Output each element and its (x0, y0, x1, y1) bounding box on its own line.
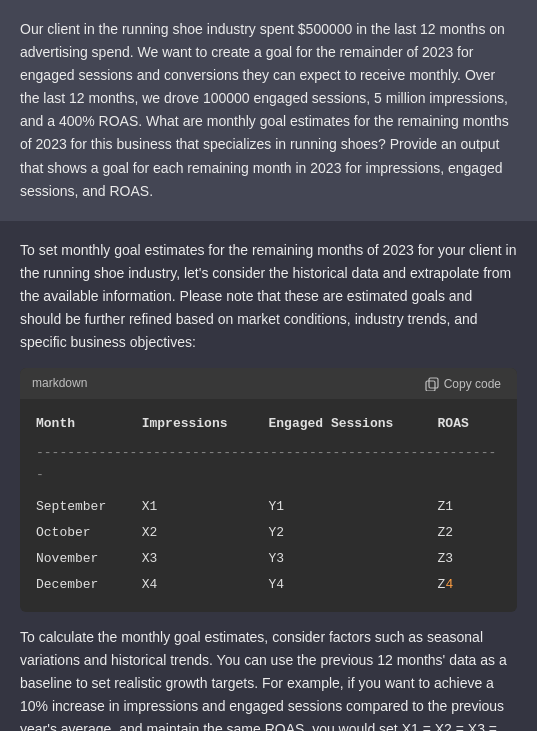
copy-label: Copy code (444, 377, 501, 391)
assistant-message: To set monthly goal estimates for the re… (0, 221, 537, 731)
table-row: NovemberX3Y3Z3 (36, 546, 501, 572)
code-lang-label: markdown (32, 374, 87, 393)
data-table: Month Impressions Engaged Sessions ROAS … (36, 413, 501, 598)
col-header-roas: ROAS (438, 413, 501, 439)
cell-roas: Z3 (438, 546, 501, 572)
svg-rect-1 (426, 381, 435, 391)
divider-text: ----------------------------------------… (36, 440, 501, 494)
cell-month: November (36, 546, 142, 572)
cell-sessions: Y4 (268, 572, 437, 598)
cell-sessions: Y3 (268, 546, 437, 572)
col-header-impressions: Impressions (142, 413, 269, 439)
cell-sessions: Y2 (268, 520, 437, 546)
code-block-wrapper: markdown Copy code Month Impressions (20, 368, 517, 612)
cell-impressions: X1 (142, 494, 269, 520)
col-header-month: Month (36, 413, 142, 439)
cell-sessions: Y1 (268, 494, 437, 520)
cell-month: October (36, 520, 142, 546)
table-divider: ----------------------------------------… (36, 440, 501, 494)
svg-rect-0 (429, 378, 438, 388)
code-block-header: markdown Copy code (20, 368, 517, 399)
cell-month: September (36, 494, 142, 520)
copy-code-button[interactable]: Copy code (421, 375, 505, 393)
col-header-sessions: Engaged Sessions (268, 413, 437, 439)
table-row: DecemberX4Y4Z4 (36, 572, 501, 598)
code-block-content: Month Impressions Engaged Sessions ROAS … (20, 399, 517, 612)
cell-month: December (36, 572, 142, 598)
user-message-text: Our client in the running shoe industry … (20, 18, 517, 203)
assistant-intro: To set monthly goal estimates for the re… (20, 239, 517, 354)
cell-impressions: X4 (142, 572, 269, 598)
cell-roas: Z1 (438, 494, 501, 520)
cell-impressions: X3 (142, 546, 269, 572)
cell-roas: Z2 (438, 520, 501, 546)
table-header-row: Month Impressions Engaged Sessions ROAS (36, 413, 501, 439)
cell-roas: Z4 (438, 572, 501, 598)
table-row: OctoberX2Y2Z2 (36, 520, 501, 546)
cell-impressions: X2 (142, 520, 269, 546)
copy-icon (425, 377, 439, 391)
assistant-explanation-1: To calculate the monthly goal estimates,… (20, 626, 517, 731)
table-row: SeptemberX1Y1Z1 (36, 494, 501, 520)
chat-container: Our client in the running shoe industry … (0, 0, 537, 731)
user-message: Our client in the running shoe industry … (0, 0, 537, 221)
